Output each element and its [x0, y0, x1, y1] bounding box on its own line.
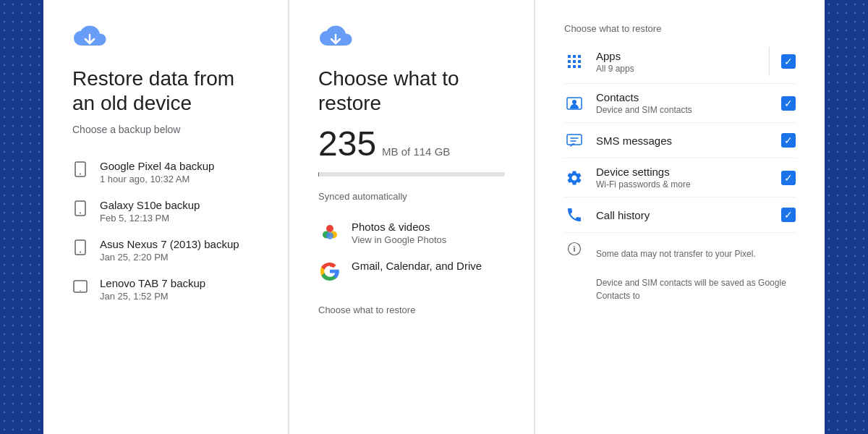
apps-title: Apps [596, 50, 757, 62]
phone-icon-3 [72, 239, 88, 255]
choose-panel: Choose what to restore 235 MB of 114 GB … [289, 0, 534, 434]
svg-point-7 [80, 290, 81, 292]
google-icon [318, 260, 341, 283]
google-apps-title: Gmail, Calendar, and Drive [352, 260, 482, 272]
backup-item-4-title: Lenovo TAB 7 backup [100, 277, 205, 289]
tablet-icon-4 [72, 278, 88, 294]
contacts-title: Contacts [596, 91, 781, 103]
sync-item-photos: Photos & videos View in Google Photos [318, 213, 505, 252]
storage-info: 235 MB of 114 GB [318, 124, 505, 163]
backup-item-3-title: Asus Nexus 7 (2013) backup [100, 238, 239, 250]
dots-pattern [0, 0, 43, 434]
svg-rect-15 [568, 60, 571, 63]
sms-icon [564, 130, 584, 150]
svg-rect-18 [568, 65, 571, 68]
phone-icon-1 [72, 161, 88, 177]
photos-subtitle: View in Google Photos [352, 234, 446, 245]
settings-subtitle: Wi-Fi passwords & more [596, 179, 781, 190]
svg-rect-19 [573, 65, 576, 68]
svg-text:i: i [573, 244, 575, 253]
restore-item-settings[interactable]: Device settings Wi-Fi passwords & more ✓ [564, 158, 796, 197]
info-text-2: Device and SIM contacts will be saved as… [596, 276, 796, 302]
svg-point-1 [80, 174, 81, 175]
svg-point-3 [80, 213, 81, 214]
progress-fill [318, 172, 319, 176]
restore-options-panel: Choose what to restore Apps All 9 apps ✓ [535, 0, 825, 434]
svg-rect-14 [578, 55, 581, 58]
phone-icon-2 [72, 200, 88, 216]
calls-check: ✓ [784, 209, 793, 221]
restore-item-contacts[interactable]: Contacts Device and SIM contacts ✓ [564, 84, 796, 123]
backup-list: Google Pixel 4a backup 1 hour ago, 10:32… [72, 153, 259, 309]
apps-subtitle: All 9 apps [596, 64, 757, 74]
settings-title: Device settings [596, 166, 781, 178]
backup-item-2-time: Feb 5, 12:13 PM [100, 213, 200, 224]
restore-subtitle: Choose a backup below [72, 124, 259, 135]
sync-item-google: Gmail, Calendar, and Drive [318, 252, 505, 290]
svg-rect-12 [568, 55, 571, 58]
svg-rect-13 [573, 55, 576, 58]
apps-check: ✓ [784, 56, 793, 67]
backup-item-1-title: Google Pixel 4a backup [100, 160, 214, 172]
backup-item-1[interactable]: Google Pixel 4a backup 1 hour ago, 10:32… [72, 153, 259, 192]
apps-icon [564, 51, 584, 72]
backup-item-3[interactable]: Asus Nexus 7 (2013) backup Jan 25, 2:20 … [72, 231, 259, 270]
restore-options-label: Choose what to restore [564, 23, 796, 34]
info-icon-1: i [564, 239, 584, 259]
sms-title: SMS messages [596, 135, 781, 147]
settings-check: ✓ [784, 172, 793, 184]
left-decoration [0, 0, 43, 434]
svg-point-5 [80, 252, 81, 253]
calls-checkbox[interactable]: ✓ [781, 208, 796, 222]
right-decoration [825, 0, 868, 434]
info-text-1: Some data may not transfer to your Pixel… [596, 247, 756, 260]
backup-item-2[interactable]: Galaxy S10e backup Feb 5, 12:13 PM [72, 192, 259, 231]
choose-restore-label: Choose what to restore [318, 305, 505, 315]
svg-rect-17 [578, 60, 581, 63]
sms-check: ✓ [784, 135, 793, 146]
google-photos-icon [318, 221, 341, 244]
storage-mb: 235 [318, 124, 376, 163]
dots-pattern-right [825, 0, 868, 434]
apps-checkbox[interactable]: ✓ [781, 54, 796, 69]
backup-item-2-title: Galaxy S10e backup [100, 199, 200, 211]
contacts-check: ✓ [784, 98, 793, 109]
contacts-checkbox[interactable]: ✓ [781, 96, 796, 111]
apps-divider [769, 47, 770, 76]
restore-item-calls[interactable]: Call history ✓ [564, 197, 796, 233]
restore-title: Restore data from an old device [72, 67, 259, 115]
svg-point-11 [326, 232, 333, 239]
svg-rect-23 [567, 135, 582, 145]
contacts-icon [564, 93, 584, 114]
backup-item-3-time: Jan 25, 2:20 PM [100, 252, 239, 263]
cloud-download-icon-2 [318, 23, 353, 49]
svg-point-8 [326, 225, 333, 232]
settings-icon [564, 168, 584, 188]
photos-title: Photos & videos [352, 221, 446, 233]
storage-of: MB of 114 GB [382, 145, 450, 158]
restore-panel: Restore data from an old device Choose a… [43, 0, 288, 434]
contacts-subtitle: Device and SIM contacts [596, 105, 781, 115]
svg-point-22 [572, 100, 576, 104]
svg-rect-16 [573, 60, 576, 63]
backup-item-1-time: 1 hour ago, 10:32 AM [100, 174, 214, 184]
restore-item-apps[interactable]: Apps All 9 apps ✓ [564, 40, 796, 84]
sms-checkbox[interactable]: ✓ [781, 133, 796, 148]
calls-title: Call history [596, 209, 781, 221]
call-icon [564, 205, 584, 225]
choose-title: Choose what to restore [318, 67, 505, 115]
restore-item-sms[interactable]: SMS messages ✓ [564, 123, 796, 158]
backup-item-4[interactable]: Lenovo TAB 7 backup Jan 25, 1:52 PM [72, 270, 259, 309]
backup-item-4-time: Jan 25, 1:52 PM [100, 291, 205, 302]
settings-checkbox[interactable]: ✓ [781, 171, 796, 185]
cloud-download-icon [72, 23, 107, 49]
svg-rect-20 [578, 65, 581, 68]
storage-progress [318, 172, 505, 176]
info-item-1: i Some data may not transfer to your Pix… [564, 233, 796, 268]
synced-label: Synced automatically [318, 191, 505, 202]
